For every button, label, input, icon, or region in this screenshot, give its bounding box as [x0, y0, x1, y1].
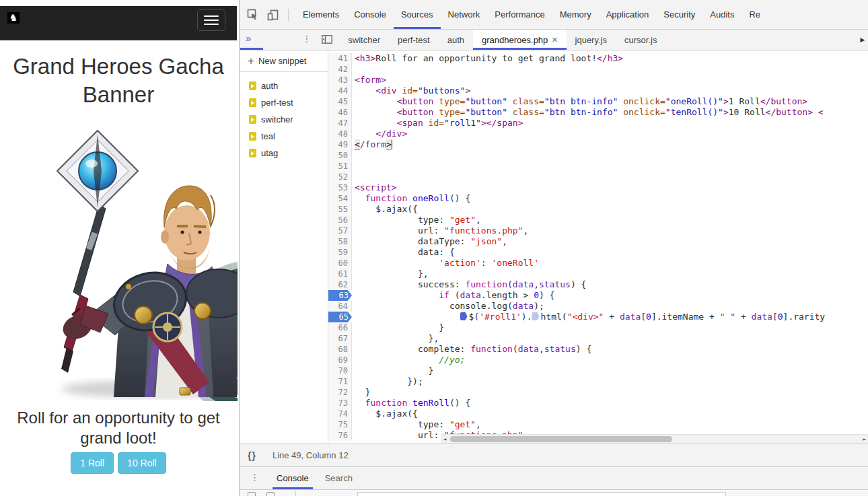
- line-number[interactable]: 66: [328, 322, 352, 333]
- site-logo[interactable]: ♞: [7, 12, 20, 24]
- line-number[interactable]: 44: [328, 85, 352, 96]
- hamburger-menu-button[interactable]: [197, 9, 225, 31]
- code-text[interactable]: <span id="roll1"></span>: [352, 118, 523, 129]
- line-number[interactable]: 58: [328, 236, 352, 247]
- tab-audits[interactable]: Audits: [702, 0, 742, 29]
- inspect-element-icon[interactable]: [246, 8, 260, 22]
- code-text[interactable]: $('#roll1').html("<div>" + data[0].itemN…: [352, 312, 825, 322]
- horizontal-scrollbar[interactable]: ◄ ►: [441, 434, 868, 444]
- console-filter-input[interactable]: [357, 492, 726, 496]
- code-text[interactable]: if (data.length > 0) {: [352, 290, 554, 301]
- drawer-menu-kebab-icon[interactable]: ⋮: [240, 467, 268, 489]
- tab-network[interactable]: Network: [441, 0, 488, 29]
- file-tab-auth[interactable]: auth: [439, 30, 473, 50]
- breakpoint-line-number[interactable]: 63: [328, 290, 352, 301]
- code-text[interactable]: url: "functions.php",: [352, 225, 528, 236]
- line-number[interactable]: 41: [328, 53, 352, 64]
- code-text[interactable]: },: [352, 333, 439, 344]
- scroll-right-icon[interactable]: ►: [861, 435, 868, 444]
- code-text[interactable]: <form>: [352, 75, 386, 85]
- tab-application[interactable]: Application: [599, 0, 657, 29]
- line-number[interactable]: 57: [328, 225, 352, 236]
- line-number[interactable]: 67: [328, 333, 352, 344]
- tab-security[interactable]: Security: [656, 0, 702, 29]
- line-number[interactable]: 68: [328, 344, 352, 355]
- inline-breakpoint-active-icon[interactable]: [460, 312, 468, 320]
- device-toolbar-icon[interactable]: [266, 8, 280, 22]
- tab-sources[interactable]: Sources: [394, 0, 441, 29]
- code-text[interactable]: </form>: [352, 139, 392, 150]
- code-text[interactable]: </div>: [352, 129, 407, 139]
- line-number[interactable]: 49: [328, 139, 352, 150]
- toggle-navigator-icon[interactable]: [316, 30, 339, 50]
- code-text[interactable]: success: function(data,status) {: [352, 279, 586, 290]
- inline-breakpoint-inactive-icon[interactable]: [532, 312, 539, 320]
- snippet-item-auth[interactable]: auth: [240, 77, 328, 94]
- file-tab-cursor-js[interactable]: cursor.js: [616, 30, 665, 50]
- line-number[interactable]: 62: [328, 279, 352, 290]
- line-number[interactable]: 61: [328, 269, 352, 279]
- drawer-tab-console[interactable]: Console: [268, 467, 317, 489]
- code-text[interactable]: type: "get",: [352, 419, 481, 430]
- code-text[interactable]: <h3>Roll for an opportunity to get grand…: [352, 53, 623, 64]
- breakpoint-line-number[interactable]: 65: [328, 312, 352, 322]
- more-panels-chevrons-icon[interactable]: »: [240, 30, 258, 50]
- line-number[interactable]: 70: [328, 365, 352, 376]
- file-tab-grandheroes-php[interactable]: grandheroes.php×: [473, 30, 567, 50]
- snippet-item-utag[interactable]: utag: [240, 145, 328, 162]
- line-number[interactable]: 46: [328, 107, 352, 118]
- line-number[interactable]: 75: [328, 419, 352, 430]
- scroll-left-icon[interactable]: ◄: [441, 435, 449, 444]
- line-number[interactable]: 72: [328, 387, 352, 398]
- snippet-item-switcher[interactable]: switcher: [240, 111, 328, 128]
- tab-overflow-icon[interactable]: ▶: [857, 30, 868, 50]
- line-number[interactable]: 48: [328, 129, 352, 139]
- tab-elements[interactable]: Elements: [295, 0, 347, 29]
- line-number[interactable]: 51: [328, 161, 352, 172]
- console-eye-icon[interactable]: [266, 492, 275, 496]
- line-number[interactable]: 52: [328, 172, 352, 182]
- code-text[interactable]: <button type="button" class="btn btn-inf…: [352, 107, 824, 118]
- snippet-item-perf-test[interactable]: perf-test: [240, 94, 328, 111]
- line-number[interactable]: 45: [328, 96, 352, 107]
- line-number[interactable]: 59: [328, 247, 352, 258]
- file-tab-jquery-js[interactable]: jquery.js: [567, 30, 616, 50]
- sources-menu-kebab-icon[interactable]: ⋮: [258, 30, 316, 50]
- code-text[interactable]: complete: function(data,status) {: [352, 344, 591, 355]
- drawer-tab-search[interactable]: Search: [317, 467, 361, 489]
- code-text[interactable]: //yo;: [352, 355, 465, 365]
- code-text[interactable]: type: "get",: [352, 215, 481, 225]
- line-number[interactable]: 50: [328, 150, 352, 161]
- tab-performance[interactable]: Performance: [487, 0, 552, 29]
- code-text[interactable]: data: {: [352, 247, 455, 258]
- line-number[interactable]: 55: [328, 204, 352, 215]
- code-text[interactable]: function tenRoll() {: [352, 398, 470, 409]
- code-text[interactable]: <script>: [352, 182, 397, 193]
- line-number[interactable]: 64: [328, 301, 352, 312]
- code-text[interactable]: <div id="buttons">: [352, 85, 470, 96]
- line-number[interactable]: 56: [328, 215, 352, 225]
- 10-roll-button[interactable]: 10 Roll: [118, 452, 166, 474]
- code-text[interactable]: console.log(data);: [352, 301, 544, 312]
- close-icon[interactable]: ×: [552, 34, 557, 45]
- line-number[interactable]: 76: [328, 430, 352, 441]
- pretty-print-icon[interactable]: {}: [248, 450, 256, 461]
- line-number[interactable]: 69: [328, 355, 352, 365]
- code-text[interactable]: function oneRoll() {: [352, 193, 470, 204]
- code-text[interactable]: }: [352, 387, 370, 398]
- line-number[interactable]: 74: [328, 409, 352, 419]
- tab-re[interactable]: Re: [742, 0, 768, 29]
- code-text[interactable]: }: [352, 322, 444, 333]
- file-tab-perf-test[interactable]: perf-test: [389, 30, 439, 50]
- code-text[interactable]: });: [352, 376, 423, 387]
- tab-memory[interactable]: Memory: [552, 0, 599, 29]
- code-text[interactable]: [352, 150, 355, 161]
- line-number[interactable]: 47: [328, 118, 352, 129]
- clear-console-icon[interactable]: [248, 492, 256, 496]
- code-text[interactable]: 'action': 'oneRoll': [352, 258, 539, 269]
- code-text[interactable]: [352, 64, 355, 75]
- line-number[interactable]: 73: [328, 398, 352, 409]
- code-editor[interactable]: 41<h3>Roll for an opportunity to get gra…: [328, 50, 868, 444]
- code-text[interactable]: $.ajax({: [352, 409, 418, 419]
- new-snippet-button[interactable]: + New snippet: [240, 50, 328, 72]
